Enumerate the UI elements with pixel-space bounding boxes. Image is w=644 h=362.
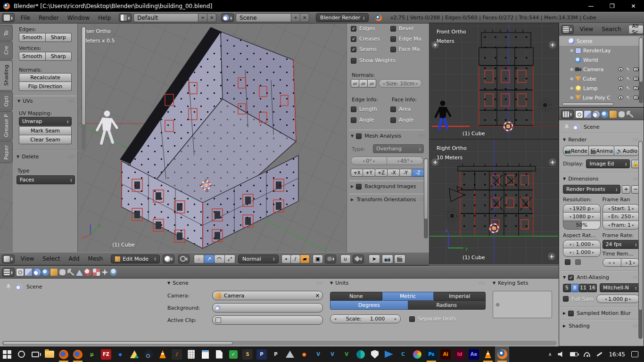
axis-plus-x-button[interactable]: +X xyxy=(351,169,363,177)
properties-editor-type-button[interactable]: ▲▼ xyxy=(561,110,574,119)
app-blue-tri-icon[interactable] xyxy=(382,346,396,362)
delete-screen-button[interactable]: ✕ xyxy=(207,13,216,22)
bevel-toggle[interactable]: Bevel xyxy=(390,25,413,32)
outliner-item-low-poly-c[interactable]: ⊕Low Poly C↖ xyxy=(559,93,640,102)
opengl-anim-button[interactable]: 🎬 xyxy=(394,255,405,263)
expand-toggle[interactable]: ⊕ xyxy=(569,86,575,90)
app-teal-icon[interactable] xyxy=(354,346,368,362)
renderability-camera-icon[interactable] xyxy=(634,86,639,90)
axis-minus-y-button[interactable]: -Y xyxy=(400,169,412,177)
clock[interactable]: 16:45 xyxy=(609,351,625,358)
face-area-toggle[interactable]: Area xyxy=(390,106,411,112)
face-select-button[interactable]: ▰ xyxy=(300,255,310,263)
outliner-editor-type-button[interactable]: ▲▼ xyxy=(561,25,574,34)
keying-sets-list[interactable]: ⊕ xyxy=(493,291,552,318)
app-green-icon[interactable]: ✓ xyxy=(226,346,240,362)
selectability-cursor-icon[interactable]: ↖ xyxy=(627,86,630,90)
show-weights-toggle[interactable]: Show Weights xyxy=(351,58,396,64)
outliner-tree[interactable]: ·Scene⊕RenderLayWorld⊕Camera↖⊕Cube↖⊕Lamp… xyxy=(559,36,640,102)
delete-panel-header[interactable]: ▼Delete :::: xyxy=(17,154,75,160)
analysis-max-field[interactable]: 45° xyxy=(387,156,423,165)
app-orange-icon[interactable]: ● xyxy=(297,346,311,362)
crop-checkbox[interactable] xyxy=(575,259,581,265)
aa-filter-size-field[interactable]: 1.000 p xyxy=(596,295,640,303)
btab-constraints[interactable] xyxy=(59,269,66,276)
unity-icon[interactable] xyxy=(283,346,297,362)
btab-scene[interactable] xyxy=(33,269,41,276)
btab-render[interactable] xyxy=(17,269,24,276)
app-p-icon[interactable]: P xyxy=(269,346,283,362)
tab-create[interactable]: Cre xyxy=(0,41,13,59)
firefox-icon[interactable] xyxy=(57,346,71,362)
delete-type-dropdown[interactable]: Faces xyxy=(17,175,75,184)
snap-toggle[interactable]: ∪ xyxy=(340,255,351,263)
visibility-eye-icon[interactable] xyxy=(618,86,623,90)
menu-add[interactable]: Add xyxy=(64,255,83,262)
mesh-analysis-header[interactable]: ▼ Mesh Analysis:::: xyxy=(351,133,425,139)
face-normals-toggle[interactable]: ▱ xyxy=(368,79,376,88)
ccleaner-icon[interactable]: C xyxy=(396,346,410,362)
loose-normals-toggle[interactable]: ▱ xyxy=(359,79,368,88)
edge-length-toggle[interactable]: Length xyxy=(351,106,377,112)
outliner-menu-view[interactable]: View xyxy=(576,26,597,33)
renderability-camera-icon[interactable] xyxy=(634,77,639,81)
right-expand-bottom-button[interactable]: ✚ xyxy=(548,253,555,260)
unwrap-dropdown[interactable]: Unwrap xyxy=(19,117,72,126)
aa-samples-5-button[interactable]: 5 xyxy=(563,284,571,292)
resolution-percentage-slider[interactable]: 50% xyxy=(563,221,601,230)
edges-sharp-button[interactable]: Sharp xyxy=(46,33,72,42)
renderability-camera-icon[interactable] xyxy=(634,67,639,71)
resolution-x-field[interactable]: 1920 p xyxy=(563,204,601,213)
orientation-dropdown[interactable]: Normal xyxy=(238,255,279,263)
edges-smooth-button[interactable]: Smooth xyxy=(19,33,46,42)
screen-layout-button[interactable]: ▲▼ xyxy=(119,13,132,22)
aftereffects-icon[interactable]: Ae xyxy=(467,346,481,362)
mode-dropdown[interactable]: Edit Mode xyxy=(111,255,160,263)
keying-sets-header[interactable]: ▼Keying Sets xyxy=(493,280,555,286)
illustrator-icon[interactable]: Ai xyxy=(438,346,453,362)
animation-button[interactable]: 🎬Anima xyxy=(589,146,614,156)
expand-toggle[interactable]: ⊕ xyxy=(569,48,575,53)
cortana-icon[interactable] xyxy=(14,346,28,362)
render-engine-dropdown[interactable]: Blender Render xyxy=(316,13,369,22)
blender-icon[interactable] xyxy=(495,346,509,362)
color-wheel-icon[interactable] xyxy=(410,346,424,362)
minimize-button[interactable]: — xyxy=(580,0,602,12)
btab-modifiers[interactable] xyxy=(67,269,74,276)
add-keying-set-icon[interactable]: ⊕ xyxy=(495,302,500,308)
tab-scene[interactable] xyxy=(593,111,600,118)
add-preset-button[interactable]: + xyxy=(622,185,630,194)
screen-name-field[interactable]: Default xyxy=(133,13,198,22)
display-dropdown[interactable]: Image Ed xyxy=(586,159,630,168)
tab-world[interactable] xyxy=(601,111,608,118)
aa-filter-dropdown[interactable]: Mitchell-N xyxy=(600,283,640,292)
dimensions-panel-header[interactable]: ▼Dimensions:::: xyxy=(559,173,644,185)
creases-toggle[interactable]: ✓Creases xyxy=(351,36,380,42)
translate-manipulator-toggle[interactable]: ↗ xyxy=(204,255,215,263)
document-icon[interactable] xyxy=(212,346,226,362)
units-imperial-button[interactable]: Imperial xyxy=(434,292,486,301)
renderability-camera-icon[interactable] xyxy=(634,96,639,99)
tab-object[interactable] xyxy=(610,111,617,118)
units-none-button[interactable]: None xyxy=(330,292,382,301)
edge-marks-toggle[interactable]: Edge Ma xyxy=(390,36,421,42)
axis-plus-y-button[interactable]: +Y xyxy=(363,169,375,177)
frame-start-field[interactable]: Start: 1 xyxy=(603,204,640,213)
pin-icon[interactable] xyxy=(564,124,570,130)
expand-toggle[interactable]: ⊕ xyxy=(569,67,575,72)
rotate-manipulator-toggle[interactable]: ◠ xyxy=(215,255,225,263)
motion-blur-panel-header[interactable]: ▶ Sampled Motion Blur xyxy=(559,307,644,319)
tab-options[interactable]: Opti xyxy=(0,91,13,110)
aa-samples-11-button[interactable]: 11 xyxy=(579,284,588,292)
mark-seam-button[interactable]: Mark Seam xyxy=(19,126,72,135)
edge-angle-toggle[interactable]: Angle xyxy=(351,117,374,123)
bottom-pin-icon[interactable] xyxy=(6,284,11,290)
photoshop-icon[interactable]: Ps xyxy=(424,346,438,362)
transform-orientations-header[interactable]: ▶ Transform Orientations:::: xyxy=(351,197,426,203)
seams-toggle[interactable]: ✓Seams xyxy=(351,46,377,52)
anti-aliasing-panel-header[interactable]: ▼✓ Anti-Aliasing:::: xyxy=(559,272,644,283)
notepad-icon[interactable] xyxy=(198,346,212,362)
snap-element-dropdown[interactable]: ▲▼ xyxy=(353,255,364,263)
file-explorer-icon[interactable] xyxy=(42,346,57,362)
expand-toggle[interactable]: · xyxy=(562,39,568,43)
